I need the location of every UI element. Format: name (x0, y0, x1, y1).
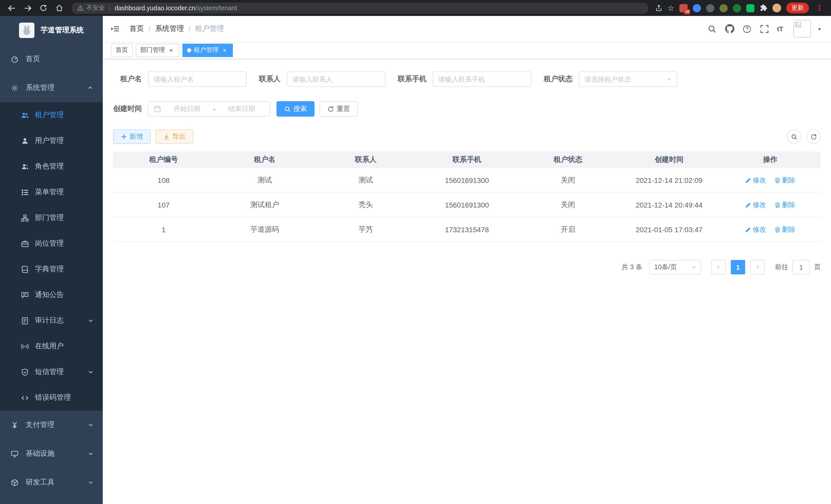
table-cell: 2021-12-14 20:49:44 (619, 201, 719, 209)
extension-icon[interactable] (693, 4, 701, 12)
tag-active[interactable]: 租户管理× (182, 43, 233, 57)
sidebar-item[interactable]: 短信管理 (0, 359, 103, 385)
notice-message-icon (21, 291, 29, 299)
status-select[interactable] (579, 71, 677, 87)
prev-page-button[interactable] (711, 260, 726, 274)
home-icon[interactable] (53, 2, 66, 14)
sidebar-item[interactable]: 支付管理 (0, 411, 103, 439)
delete-row-button[interactable]: 删除 (774, 200, 795, 209)
sidebar-item[interactable]: 首页 (0, 45, 103, 73)
refresh-icon (810, 133, 817, 140)
sidebar-item[interactable]: 租户管理 (0, 102, 103, 128)
select-input[interactable] (584, 75, 663, 83)
text-input[interactable] (287, 71, 385, 87)
table-cell: 关闭 (517, 200, 619, 209)
next-page-button[interactable] (750, 260, 765, 274)
sidebar-item[interactable]: 菜单管理 (0, 179, 103, 205)
navbar-actions: tT ▾ (707, 20, 821, 37)
extension-icon[interactable] (746, 4, 754, 12)
sidebar-item[interactable]: 用户管理 (0, 128, 103, 154)
sidebar-item-label: 字典管理 (35, 265, 64, 274)
delete-row-button[interactable]: 删除 (774, 175, 795, 185)
font-size-icon[interactable]: tT (777, 25, 783, 33)
breadcrumb-separator: / (148, 25, 150, 33)
sidebar-item[interactable]: 研发工具 (0, 468, 103, 497)
sidebar-item-label: 基础设施 (26, 449, 55, 458)
search-button[interactable]: 搜索 (277, 101, 315, 117)
sidebar-item[interactable]: 部门管理 (0, 205, 103, 231)
sidebar-item[interactable]: 错误码管理 (0, 385, 103, 411)
row-actions: 修改删除 (720, 175, 821, 185)
date-range-picker[interactable]: 开始日期 - 结束日期 (148, 101, 270, 117)
edit-row-button[interactable]: 修改 (745, 225, 766, 234)
help-icon[interactable] (742, 24, 752, 34)
browser-chrome: 不安全 dashboard.yudao.iocoder.cn /system/t… (0, 0, 831, 16)
sidebar-item[interactable]: 通知公告 (0, 282, 103, 308)
browser-profile-avatar[interactable] (772, 4, 781, 12)
chrome-update-button[interactable]: 更新 (786, 3, 809, 13)
refresh-icon (327, 106, 334, 112)
extension-icon[interactable]: 10 (679, 4, 688, 12)
table-header: 租户编号租户名联系人联系手机租户状态创建时间操作 (113, 152, 821, 168)
back-icon[interactable] (5, 2, 18, 14)
hamburger-icon[interactable] (110, 24, 120, 34)
page-number-active[interactable]: 1 (731, 260, 745, 274)
toggle-search-button[interactable] (787, 129, 801, 144)
edit-row-button[interactable]: 修改 (745, 175, 766, 185)
table-header-cell: 租户名 (214, 155, 315, 165)
sidebar-logo[interactable]: 芋道管理系统 (0, 16, 103, 45)
fullscreen-icon[interactable] (759, 24, 770, 34)
refresh-table-button[interactable] (806, 129, 821, 144)
tenant-users-icon (21, 111, 29, 119)
bookmark-star-icon[interactable]: ☆ (667, 4, 674, 12)
add-button[interactable]: 新增 (113, 129, 150, 144)
site-security[interactable]: 不安全 (77, 4, 105, 12)
sidebar-item-label: 角色管理 (35, 162, 64, 171)
extension-icon[interactable] (733, 4, 741, 12)
forward-icon[interactable] (21, 2, 34, 14)
table-cell: 测试租户 (214, 200, 315, 209)
sidebar-item[interactable]: 基础设施 (0, 439, 103, 468)
share-icon[interactable] (655, 4, 662, 11)
export-button[interactable]: 导出 (156, 129, 193, 144)
breadcrumb-item[interactable]: 首页 (130, 24, 144, 33)
sidebar-item[interactable]: 岗位管理 (0, 231, 103, 256)
caret-down-icon[interactable]: ▾ (818, 26, 821, 32)
text-input[interactable] (433, 71, 532, 87)
sidebar-item[interactable]: 字典管理 (0, 256, 103, 282)
filter-input[interactable] (154, 75, 241, 83)
delete-row-button[interactable]: 删除 (774, 225, 795, 234)
reload-icon[interactable] (37, 2, 50, 14)
errorcode-icon (21, 393, 29, 402)
github-icon[interactable] (724, 24, 735, 34)
text-input[interactable] (148, 71, 247, 87)
url-bar[interactable]: 不安全 dashboard.yudao.iocoder.cn /system/t… (71, 2, 648, 13)
search-icon[interactable] (707, 24, 717, 34)
filter-input[interactable] (438, 75, 526, 83)
extension-icon[interactable] (706, 4, 714, 12)
close-icon[interactable]: × (221, 47, 228, 54)
sidebar-item[interactable]: 审计日志 (0, 308, 103, 333)
tag-item[interactable]: 首页 (111, 43, 133, 57)
filter-input[interactable] (292, 75, 380, 83)
table-header-cell: 联系人 (315, 155, 416, 165)
close-icon[interactable]: × (168, 47, 175, 54)
menu-list-icon (21, 188, 29, 196)
browser-menu-icon[interactable]: ⋮ (814, 3, 825, 12)
breadcrumb-item[interactable]: 系统管理 (155, 24, 184, 33)
filter-label: 联系人 (259, 75, 281, 84)
reset-button[interactable]: 重置 (320, 101, 358, 117)
online-signal-icon (21, 342, 29, 350)
sidebar-item[interactable]: 角色管理 (0, 154, 103, 179)
edit-row-button[interactable]: 修改 (745, 200, 766, 209)
goto-page-input[interactable] (793, 260, 810, 274)
sidebar-item[interactable]: 在线用户 (0, 333, 103, 359)
sidebar-item[interactable]: 系统管理 (0, 73, 103, 102)
sidebar-item-label: 部门管理 (35, 213, 64, 223)
tag-item[interactable]: 部门管理× (136, 43, 179, 57)
extension-icon[interactable] (719, 4, 728, 12)
page-size-select[interactable]: 10条/页 (650, 260, 701, 274)
post-briefcase-icon (21, 239, 29, 248)
extensions-puzzle-icon[interactable] (760, 4, 767, 12)
user-avatar[interactable] (794, 20, 811, 37)
